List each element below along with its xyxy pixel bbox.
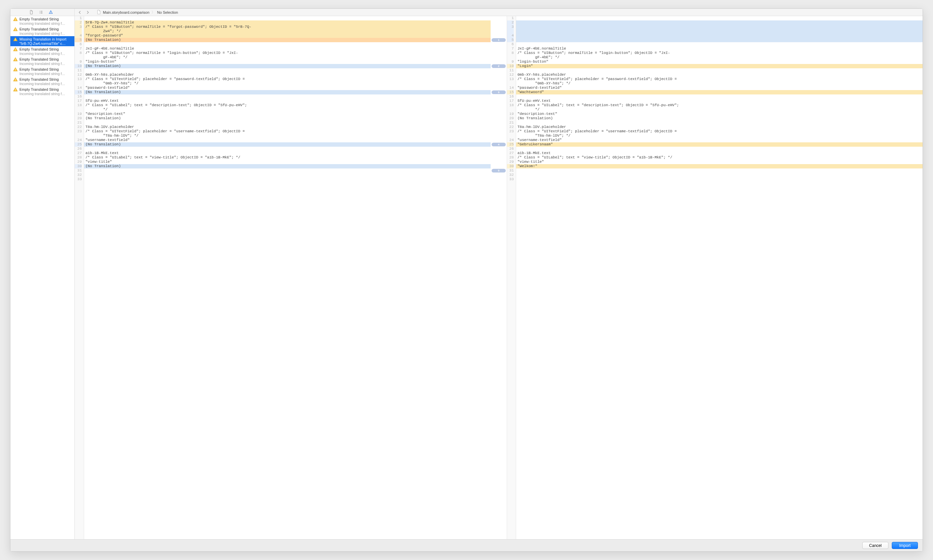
line-number: 29 — [75, 160, 82, 164]
line-number — [507, 108, 514, 112]
code-line: "login-button" — [84, 60, 490, 64]
line-number: 19 — [507, 112, 514, 116]
right-code[interactable]: JxI-gF-4bE.normalTitle/* Class = "UIButt… — [516, 16, 922, 539]
svg-rect-14 — [15, 49, 15, 50]
line-number: 3 — [75, 25, 82, 29]
nav-back-button[interactable] — [77, 10, 83, 15]
issue-item[interactable]: Empty Translated StringIncoming translat… — [11, 86, 74, 97]
code-line: "login-button" — [516, 60, 922, 64]
svg-point-23 — [15, 91, 16, 91]
code-line: /* Class = "UIButton"; normalTitle = "lo… — [84, 51, 490, 55]
issue-subtitle: Incoming translated string f… — [13, 72, 72, 76]
line-number — [507, 29, 514, 34]
line-number: 21 — [507, 121, 514, 125]
code-line: gF-4bE"; */ — [516, 55, 922, 60]
code-line: "T8a-hm-lDV"; */ — [516, 134, 922, 138]
nav-forward-button[interactable] — [85, 10, 90, 15]
code-line — [516, 42, 922, 46]
svg-point-19 — [15, 70, 16, 71]
line-number: 19 — [75, 112, 82, 116]
line-number: 29 — [507, 160, 514, 164]
line-number: 14 — [75, 86, 82, 90]
code-line: /* Class = "UILabel"; text = "view-title… — [516, 155, 922, 160]
code-line: "Welkom!" — [516, 164, 922, 168]
diff-pill[interactable]: 5 — [492, 169, 506, 172]
line-number — [75, 108, 82, 112]
svg-point-7 — [51, 13, 51, 14]
main-split: Empty Translated StringIncoming translat… — [11, 9, 922, 539]
breadcrumb-selection[interactable]: No Selection — [157, 11, 178, 14]
issue-title: Empty Translated String — [19, 77, 59, 82]
line-number: 6 — [507, 42, 514, 46]
issue-item[interactable]: Empty Translated StringIncoming translat… — [11, 56, 74, 66]
line-number — [75, 29, 82, 34]
code-line: /* Class = "UITextField"; placeholder = … — [516, 77, 922, 82]
import-button[interactable]: Import — [892, 542, 918, 549]
svg-point-17 — [15, 60, 16, 61]
issue-item[interactable]: Empty Translated StringIncoming translat… — [11, 46, 74, 56]
line-number: 26 — [75, 147, 82, 151]
code-line: 0mb-XY-h8s.placeholder — [84, 73, 490, 77]
line-number — [507, 55, 514, 60]
line-number: 17 — [75, 99, 82, 103]
line-number — [75, 55, 82, 60]
issue-title: Empty Translated String — [19, 17, 59, 21]
issue-subtitle: Incoming translated string f… — [13, 82, 72, 86]
issue-item[interactable]: Empty Translated StringIncoming translat… — [11, 16, 74, 26]
issue-title: Empty Translated String — [19, 27, 59, 31]
code-line — [516, 25, 922, 29]
line-number: 4 — [75, 34, 82, 38]
code-line — [516, 173, 922, 177]
diff-pill[interactable]: 2 — [492, 64, 506, 68]
svg-point-21 — [15, 80, 16, 81]
right-pane: 1234567891011121314151617181920212223242… — [507, 16, 922, 539]
issues-filter-icon[interactable] — [49, 10, 53, 14]
line-number: 22 — [75, 125, 82, 129]
issue-item[interactable]: Empty Translated StringIncoming translat… — [11, 26, 74, 36]
chevron-right-icon: 〉 — [151, 10, 155, 15]
issue-item[interactable]: Empty Translated StringIncoming translat… — [11, 66, 74, 76]
line-number: 11 — [75, 68, 82, 73]
line-number: 33 — [75, 177, 82, 182]
line-number: 8 — [507, 51, 514, 55]
line-number: 25 — [75, 142, 82, 147]
code-line — [516, 38, 922, 42]
sidebar-toolbar — [11, 9, 74, 16]
line-number: 27 — [75, 151, 82, 155]
breadcrumb-file[interactable]: Main.storyboard.comparison — [103, 11, 150, 14]
issue-title: Empty Translated String — [19, 67, 59, 71]
diff-pill[interactable]: 3 — [492, 91, 506, 94]
code-line — [516, 16, 922, 20]
code-line: "Wachtwoord" — [516, 90, 922, 94]
line-number: 30 — [75, 164, 82, 168]
file-icon[interactable] — [29, 10, 34, 14]
issue-item[interactable]: Empty Translated StringIncoming translat… — [11, 76, 74, 86]
line-number: 23 — [507, 129, 514, 134]
diff-pill[interactable]: 4 — [492, 143, 506, 146]
svg-rect-16 — [15, 58, 15, 60]
issue-item[interactable]: Missing Translation in Import"5rB-7Q-Zw4… — [11, 36, 74, 46]
code-line: T8a-hm-lDV.placeholder — [516, 125, 922, 129]
line-number: 6 — [75, 42, 82, 46]
code-line: /* Class = "UITextField"; placeholder = … — [84, 129, 490, 134]
line-number: 28 — [75, 155, 82, 160]
svg-point-11 — [15, 30, 16, 31]
line-number: 32 — [75, 173, 82, 177]
code-line: /* Class = "UITextField"; placeholder = … — [84, 77, 490, 82]
diff-pill[interactable]: 1 — [492, 38, 506, 42]
issue-title: Empty Translated String — [19, 57, 59, 61]
center-strip: 12345 — [490, 16, 507, 539]
list-icon[interactable] — [39, 10, 43, 14]
code-line — [84, 177, 490, 182]
left-code[interactable]: 5rB-7Q-Zw4.normalTitle/* Class = "UIButt… — [84, 16, 490, 539]
line-number: 20 — [507, 116, 514, 121]
code-line: T8a-hm-lDV.placeholder — [84, 125, 490, 129]
code-line: (No Translation) — [516, 116, 922, 121]
right-gutter: 1234567891011121314151617181920212223242… — [507, 16, 516, 539]
code-line: /* Class = "UITextField"; placeholder = … — [516, 129, 922, 134]
cancel-button[interactable]: Cancel — [862, 542, 888, 549]
line-number: 18 — [75, 103, 82, 108]
code-line: "username-textfield" — [84, 138, 490, 142]
line-number: 13 — [75, 77, 82, 82]
line-number: 11 — [507, 68, 514, 73]
